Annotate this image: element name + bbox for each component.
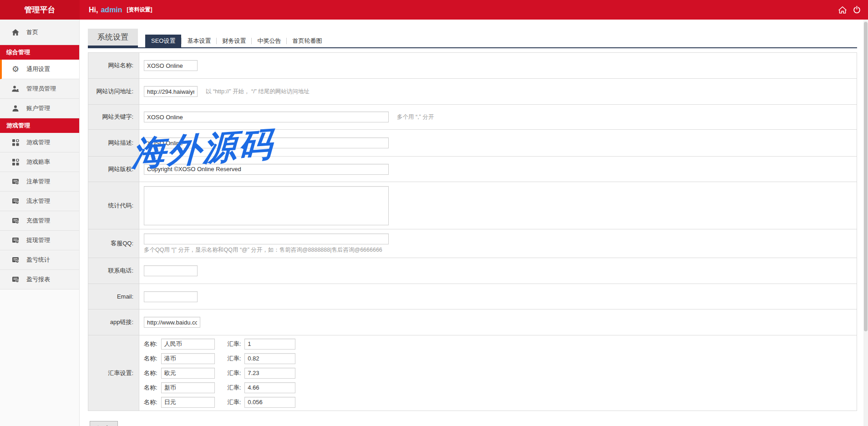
sidebar-item-game-odds[interactable]: 游戏赔率 [0, 152, 79, 172]
sidebar-item-label: 充值管理 [26, 217, 50, 225]
rate-name-label: 名称: [144, 355, 157, 363]
field-label: 统计代码: [88, 182, 139, 229]
rate-value-label: 汇率: [228, 355, 241, 363]
report-icon [11, 179, 20, 185]
sidebar-item-label: 账户管理 [26, 104, 50, 112]
field-label: 网站名称: [88, 53, 139, 78]
top-header: 管理平台 Hi, admin [资料设置] [0, 0, 868, 20]
field-label: 汇率设置: [88, 335, 139, 411]
phone-input[interactable] [144, 265, 198, 276]
report-icon [11, 238, 20, 243]
sidebar-item-game-management[interactable]: 游戏管理 [0, 133, 79, 152]
sidebar-item-label: 盈亏统计 [26, 256, 50, 264]
rate-value-label: 汇率: [228, 384, 241, 392]
form-row-site-keywords: 网站关键字: 多个用 “,” 分开 [88, 105, 857, 130]
sidebar-item-label: 首页 [26, 28, 38, 36]
sidebar-item-label: 流水管理 [26, 197, 50, 205]
sidebar-item-transactions[interactable]: 流水管理 [0, 192, 79, 211]
page-title: 系统设置 [88, 29, 138, 47]
sidebar-item-label: 管理员管理 [26, 85, 56, 93]
seo-settings-form: 网站名称: 网站访问地址: 以 “http://” 开始， “/” 结尾的网站访… [88, 52, 857, 411]
rate-name-input[interactable] [161, 397, 215, 408]
field-label: 网站描述: [88, 130, 139, 156]
main-content: 系统设置 SEO设置 基本设置 财务设置 中奖公告 首页轮番图 网站名称: 网站… [80, 20, 868, 426]
home-icon [11, 29, 20, 36]
header-actions [838, 6, 861, 14]
field-label: 客服QQ: [88, 229, 139, 258]
sidebar-item-label: 注单管理 [26, 178, 50, 186]
rate-value-input[interactable] [244, 353, 295, 364]
sidebar-item-general-settings[interactable]: ⚙ 通用设置 [0, 60, 79, 79]
rate-value-input[interactable] [244, 368, 295, 379]
tab-seo-settings[interactable]: SEO设置 [145, 35, 181, 47]
tab-basic-settings[interactable]: 基本设置 [182, 35, 216, 47]
service-qq-input[interactable] [144, 233, 389, 244]
apps-icon [11, 159, 20, 166]
stats-code-textarea[interactable] [144, 186, 389, 225]
rate-value-label: 汇率: [228, 398, 241, 406]
rate-name-input[interactable] [161, 353, 215, 364]
form-row-email: Email: [88, 284, 857, 309]
rate-row-jpy: 名称: 汇率: [144, 397, 295, 408]
form-row-stats-code: 统计代码: [88, 182, 857, 229]
sidebar-item-profit-report[interactable]: 盈亏报表 [0, 270, 79, 289]
rate-name-input[interactable] [161, 339, 215, 350]
report-icon [11, 277, 20, 283]
sidebar: 首页 综合管理 ⚙ 通用设置 管理员管理 账户管理 游戏管理 游戏管理 游戏赔率… [0, 20, 80, 426]
sidebar-item-label: 游戏管理 [26, 138, 50, 147]
form-row-site-name: 网站名称: [88, 53, 857, 79]
tab-finance-settings[interactable]: 财务设置 [217, 35, 251, 47]
sidebar-item-account-management[interactable]: 账户管理 [0, 99, 79, 118]
home-icon[interactable] [838, 6, 847, 14]
report-icon [11, 257, 20, 263]
site-copyright-input[interactable] [144, 164, 389, 175]
sidebar-item-withdrawal[interactable]: 提现管理 [0, 231, 79, 250]
site-name-input[interactable] [144, 60, 198, 71]
scrollbar[interactable] [863, 20, 868, 426]
form-row-site-copyright: 网站版权: [88, 157, 857, 182]
field-label: 网站版权: [88, 157, 139, 182]
field-label: Email: [88, 284, 139, 309]
email-input[interactable] [144, 291, 198, 302]
user-icon [11, 105, 20, 112]
sidebar-item-admin-management[interactable]: 管理员管理 [0, 79, 79, 99]
app-link-input[interactable] [144, 317, 200, 328]
rate-name-label: 名称: [144, 340, 157, 348]
power-icon[interactable] [853, 6, 861, 14]
sidebar-item-home[interactable]: 首页 [0, 20, 79, 45]
form-row-app-link: app链接: [88, 309, 857, 335]
tab-winning-announcement[interactable]: 中奖公告 [252, 35, 286, 47]
profile-settings-link[interactable]: [资料设置] [127, 6, 152, 14]
rate-name-input[interactable] [161, 382, 215, 393]
rate-value-input[interactable] [244, 339, 295, 350]
site-description-input[interactable] [144, 137, 389, 148]
rate-row-eur: 名称: 汇率: [144, 368, 295, 379]
site-url-input[interactable] [144, 86, 198, 97]
sidebar-item-recharge[interactable]: 充值管理 [0, 211, 79, 231]
scrollbar-thumb[interactable] [864, 22, 868, 331]
form-row-phone: 联系电话: [88, 258, 857, 284]
rate-value-input[interactable] [244, 382, 295, 393]
tab-bar: 系统设置 SEO设置 基本设置 财务设置 中奖公告 首页轮番图 [88, 30, 857, 48]
form-row-site-url: 网站访问地址: 以 “http://” 开始， “/” 结尾的网站访问地址 [88, 79, 857, 105]
field-label: app链接: [88, 309, 139, 335]
rate-name-input[interactable] [161, 368, 215, 379]
form-row-exchange-rates: 汇率设置: 名称: 汇率: 名称: 汇率: 名称: 汇率: [88, 335, 857, 411]
apps-icon [11, 139, 20, 146]
site-keywords-input[interactable] [144, 112, 389, 122]
form-row-site-description: 网站描述: [88, 130, 857, 157]
gear-icon: ⚙ [11, 66, 20, 73]
rate-row-sgd: 名称: 汇率: [144, 382, 295, 393]
field-hint: 多个用 “,” 分开 [397, 113, 434, 121]
submit-button[interactable]: 提 交 [90, 421, 118, 426]
sidebar-item-bet-orders[interactable]: 注单管理 [0, 172, 79, 192]
rate-value-input[interactable] [244, 397, 295, 408]
form-row-service-qq: 客服QQ: 多个QQ用 “|” 分开，显示名称和QQ用 “@” 分开，如：售前咨… [88, 229, 857, 258]
brand-title: 管理平台 [0, 0, 80, 20]
sidebar-item-profit-stats[interactable]: 盈亏统计 [0, 250, 79, 270]
rate-row-cny: 名称: 汇率: [144, 339, 295, 350]
tab-home-carousel[interactable]: 首页轮番图 [287, 35, 327, 47]
field-label: 联系电话: [88, 258, 139, 284]
greeting-prefix: Hi, [89, 6, 98, 14]
field-label: 网站关键字: [88, 105, 139, 129]
